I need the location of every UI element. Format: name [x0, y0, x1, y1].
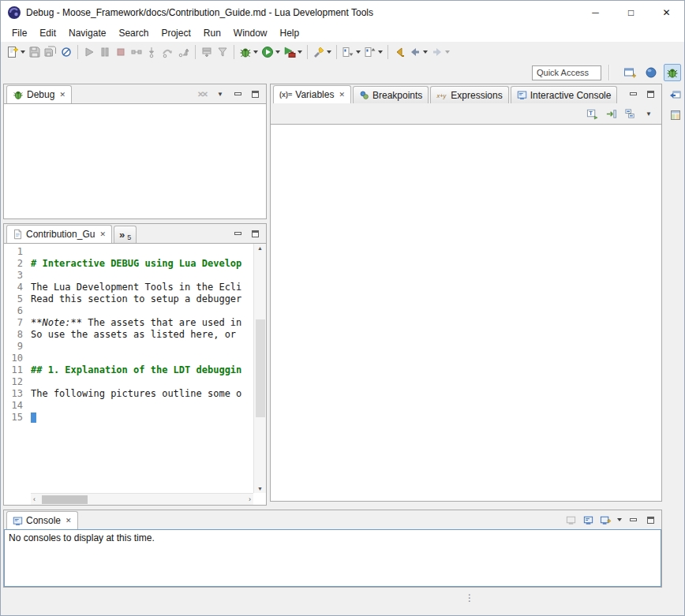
- tab-breakpoints[interactable]: Breakpoints: [353, 86, 429, 103]
- editor-vertical-scrollbar[interactable]: ▲ ▼: [253, 244, 266, 493]
- scroll-right-icon[interactable]: ›: [249, 496, 251, 503]
- run-button[interactable]: [260, 43, 282, 61]
- tab-debug[interactable]: Debug ✕: [6, 85, 72, 103]
- quick-access-input[interactable]: Quick Access: [532, 65, 601, 80]
- minimize-button[interactable]: [231, 88, 244, 100]
- minimized-view-button[interactable]: [668, 107, 683, 123]
- dropdown-icon: [356, 50, 361, 54]
- editor-view: Contribution_Gu ✕ » 5 12# Interactive DE…: [3, 223, 267, 506]
- menu-window[interactable]: Window: [227, 25, 274, 41]
- editor-line[interactable]: 9: [4, 341, 253, 353]
- tab-contribution-guide[interactable]: Contribution_Gu ✕: [6, 225, 112, 243]
- external-tools-button[interactable]: [282, 43, 304, 61]
- close-icon[interactable]: ✕: [66, 517, 72, 525]
- search-button[interactable]: [311, 43, 333, 61]
- editor-line[interactable]: 15: [4, 412, 253, 424]
- tab-interactive-console[interactable]: Interactive Console: [511, 86, 618, 103]
- console-content[interactable]: No consoles to display at this time.: [4, 529, 661, 587]
- resume-button: [81, 43, 97, 61]
- maximize-icon: [252, 91, 259, 98]
- tab-variables[interactable]: (x)= Variables ✕: [273, 85, 351, 103]
- editor-line[interactable]: 7**Note:** The assets that are used in: [4, 317, 253, 329]
- step-over-button: [160, 43, 176, 61]
- open-perspective-button[interactable]: [621, 64, 638, 81]
- minimize-button[interactable]: [627, 513, 639, 526]
- editor-line[interactable]: 8So use the assets as listed here, or: [4, 329, 253, 341]
- debug-view-content[interactable]: [4, 103, 266, 218]
- menu-search[interactable]: Search: [112, 25, 155, 41]
- editor-view-buttons: [231, 227, 266, 243]
- view-menu-button[interactable]: ▼: [214, 88, 226, 100]
- window-close-button[interactable]: ✕: [649, 1, 684, 24]
- editor-line[interactable]: 12: [4, 376, 253, 388]
- menu-navigate[interactable]: Navigate: [62, 25, 112, 41]
- variables-view-content[interactable]: [271, 124, 661, 501]
- editor-line[interactable]: 6: [4, 305, 253, 317]
- editor-line[interactable]: 14: [4, 400, 253, 412]
- window-minimize-button[interactable]: ─: [578, 1, 613, 24]
- editor-line[interactable]: 11## 1. Explanation of the LDT debuggin: [4, 364, 253, 376]
- scroll-down-icon[interactable]: ▼: [257, 486, 263, 491]
- open-console-button[interactable]: [599, 513, 612, 526]
- menu-run[interactable]: Run: [197, 25, 227, 41]
- tab-console[interactable]: Console ✕: [6, 511, 78, 529]
- skip-all-breakpoints-button[interactable]: [58, 43, 74, 61]
- editor-line[interactable]: 10: [4, 353, 253, 364]
- line-text: Read this section to setup a debugger: [31, 293, 253, 305]
- minimize-button[interactable]: [231, 227, 244, 240]
- horizontal-scroll-thumb[interactable]: [42, 495, 88, 504]
- script-perspective-button[interactable]: [642, 64, 660, 81]
- new-button[interactable]: [5, 43, 27, 61]
- save-all-button[interactable]: [43, 43, 58, 61]
- menu-file[interactable]: File: [6, 25, 33, 41]
- close-icon[interactable]: ✕: [59, 91, 66, 99]
- menu-edit[interactable]: Edit: [33, 25, 62, 41]
- tab-expressions[interactable]: x+y Expressions: [430, 86, 508, 103]
- line-number: 3: [4, 270, 31, 282]
- show-type-names-button[interactable]: T: [586, 107, 598, 120]
- show-logical-structures-button[interactable]: [605, 107, 617, 120]
- close-icon[interactable]: ✕: [339, 91, 345, 99]
- file-icon: [13, 229, 23, 240]
- editor-line[interactable]: 1: [4, 246, 253, 258]
- debug-button[interactable]: [238, 43, 260, 61]
- back-button[interactable]: [407, 43, 429, 61]
- console-tabrow: Console ✕: [4, 510, 661, 529]
- menu-help[interactable]: Help: [274, 25, 306, 41]
- collapse-all-button[interactable]: [623, 107, 636, 120]
- next-annotation-button[interactable]: [340, 43, 362, 61]
- trim-drag-handle[interactable]: ⋮: [465, 592, 475, 603]
- maximize-button[interactable]: [644, 513, 657, 526]
- dropdown-icon[interactable]: [617, 518, 622, 521]
- editor-content: 12# Interactive DEBUG using Lua Develop3…: [4, 243, 266, 505]
- scroll-left-icon[interactable]: ‹: [33, 496, 36, 503]
- more-editors-button[interactable]: » 5: [114, 226, 137, 243]
- restore-view-stack-button[interactable]: [668, 87, 683, 103]
- vertical-scroll-thumb[interactable]: [256, 319, 265, 418]
- scroll-up-icon[interactable]: ▲: [257, 245, 263, 251]
- previous-annotation-button[interactable]: [362, 43, 384, 61]
- editor-lines[interactable]: 12# Interactive DEBUG using Lua Develop3…: [4, 244, 253, 493]
- minimize-button[interactable]: [627, 88, 639, 100]
- maximize-button[interactable]: [249, 88, 261, 100]
- expressions-icon: x+y: [436, 90, 447, 100]
- editor-horizontal-scrollbar[interactable]: ‹ ›: [31, 493, 253, 505]
- editor-line[interactable]: 5Read this section to setup a debugger: [4, 293, 253, 305]
- minimize-icon: [234, 232, 241, 235]
- maximize-button[interactable]: [644, 88, 657, 100]
- editor-line[interactable]: 13The following pictures outline some o: [4, 388, 253, 400]
- last-edit-location-button[interactable]: [391, 43, 407, 61]
- editor-line[interactable]: 4The Lua Development Tools in the Ecli: [4, 282, 253, 293]
- maximize-button[interactable]: [249, 227, 261, 240]
- close-icon[interactable]: ✕: [99, 230, 106, 238]
- debug-perspective-button[interactable]: [664, 64, 681, 81]
- editor-line[interactable]: 3: [4, 270, 253, 282]
- menu-project[interactable]: Project: [155, 25, 197, 41]
- window-maximize-button[interactable]: □: [613, 1, 649, 24]
- minimize-icon: [630, 518, 637, 521]
- save-button[interactable]: [27, 43, 43, 61]
- line-text: ## 1. Explanation of the LDT debuggin: [31, 364, 253, 376]
- display-selected-console-button[interactable]: [582, 513, 594, 526]
- editor-line[interactable]: 2# Interactive DEBUG using Lua Develop: [4, 258, 253, 270]
- view-menu-button[interactable]: ▼: [642, 107, 655, 120]
